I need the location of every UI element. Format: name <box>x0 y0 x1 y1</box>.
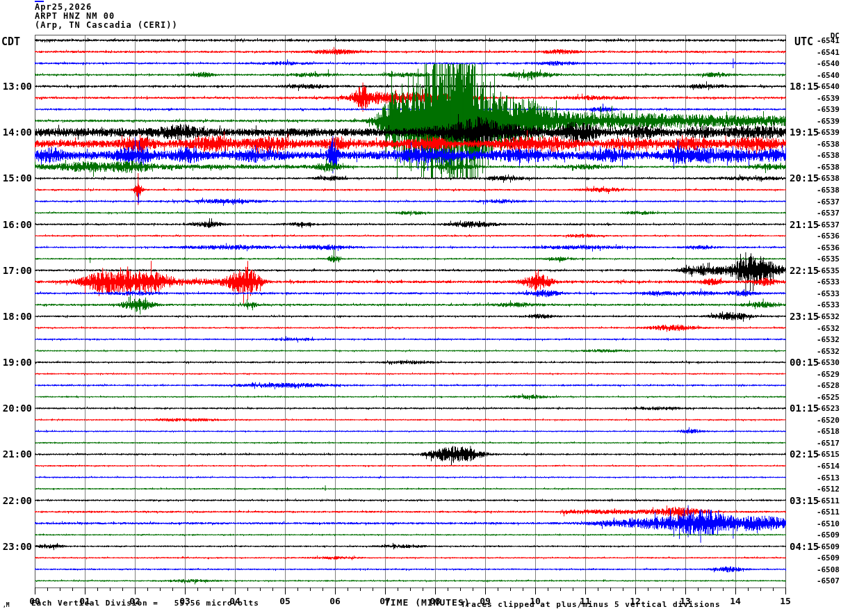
dc-value: -6536 <box>806 244 840 252</box>
margin-mark: ,M <box>3 602 10 608</box>
left-hour-label: 17:00 <box>0 265 32 276</box>
dc-value: -6509 <box>806 554 840 562</box>
dc-value: -6525 <box>806 394 840 401</box>
dc-value: -6540 <box>806 83 840 90</box>
dc-value: -6533 <box>806 301 840 309</box>
dc-value: -6512 <box>806 485 840 493</box>
dc-value: -6517 <box>806 439 840 447</box>
dc-value: -6508 <box>806 566 840 574</box>
left-hour-label: 20:00 <box>0 403 32 414</box>
x-tick-label: 14 <box>725 596 746 606</box>
dc-value: -6509 <box>806 543 840 551</box>
x-tick-label: 06 <box>325 596 345 606</box>
seismogram-plot <box>0 0 841 616</box>
dc-value: -6532 <box>806 325 840 332</box>
dc-value: -6507 <box>806 577 840 585</box>
dc-value: -6528 <box>806 382 840 389</box>
dc-value: -6538 <box>806 186 840 194</box>
left-hour-label: 23:00 <box>0 541 32 552</box>
left-hour-label: 19:00 <box>0 357 32 368</box>
dc-value: -6523 <box>806 405 840 412</box>
dc-value: -6511 <box>806 497 840 505</box>
time-axis-label: TIME (MINUTES) <box>384 597 471 608</box>
dc-value: -6538 <box>806 140 840 148</box>
dc-value: -6538 <box>806 152 840 159</box>
dc-value: -6530 <box>806 359 840 366</box>
dc-value: -6532 <box>806 336 840 343</box>
station-description: (Arp, TN Cascadia (CERI)) <box>35 20 178 30</box>
dc-value: -6518 <box>806 428 840 435</box>
dc-value: -6533 <box>806 290 840 298</box>
dc-value: -6535 <box>806 255 840 263</box>
dc-value: -6539 <box>806 117 840 125</box>
left-hour-label: 14:00 <box>0 127 32 138</box>
plot-date: Apr25,2026 <box>35 2 92 12</box>
left-hour-label: 21:00 <box>0 448 32 460</box>
dc-value: -6520 <box>806 416 840 424</box>
dc-value: -6539 <box>806 106 840 113</box>
dc-value: -6532 <box>806 313 840 321</box>
dc-value: -6537 <box>806 198 840 206</box>
dc-value: -6537 <box>806 209 840 217</box>
left-hour-label: 15:00 <box>0 172 32 184</box>
dc-value: -6529 <box>806 371 840 378</box>
dc-value: -6538 <box>806 175 840 182</box>
dc-value: -6536 <box>806 232 840 240</box>
dc-value: -6535 <box>806 267 840 275</box>
dc-value: -6537 <box>806 221 840 229</box>
dc-value: -6511 <box>806 508 840 516</box>
clip-note: Traces clipped at plus/minus 5 vertical … <box>461 600 721 609</box>
dc-value: -6509 <box>806 531 840 539</box>
left-hour-label: 13:00 <box>0 81 32 92</box>
dc-value: -6538 <box>806 163 840 171</box>
x-tick-label: 05 <box>275 596 295 606</box>
station-id: ARPT HNZ NM 00 <box>35 11 115 21</box>
dc-value: -6539 <box>806 129 840 136</box>
scale-note: Each Vertical Division = 55.56 microvolt… <box>31 599 259 608</box>
x-tick-label: 15 <box>775 596 796 606</box>
dc-value: -6541 <box>806 37 840 44</box>
dc-value: -6539 <box>806 95 840 102</box>
dc-value: -6533 <box>806 278 840 286</box>
helicorder-screen: Apr25,2026 ARPT HNZ NM 00 (Arp, TN Casca… <box>0 0 841 616</box>
dc-value: -6532 <box>806 348 840 355</box>
dc-value: -6513 <box>806 474 840 482</box>
left-axis-header: CDT <box>1 35 20 48</box>
dc-value: -6515 <box>806 451 840 458</box>
dc-value: -6540 <box>806 72 840 79</box>
dc-value: -6541 <box>806 49 840 56</box>
dc-value: -6540 <box>806 60 840 67</box>
left-hour-label: 16:00 <box>0 219 32 230</box>
dc-value: -6510 <box>806 520 840 528</box>
left-hour-label: 18:00 <box>0 311 32 322</box>
dc-value: -6514 <box>806 462 840 470</box>
left-hour-label: 22:00 <box>0 495 32 506</box>
